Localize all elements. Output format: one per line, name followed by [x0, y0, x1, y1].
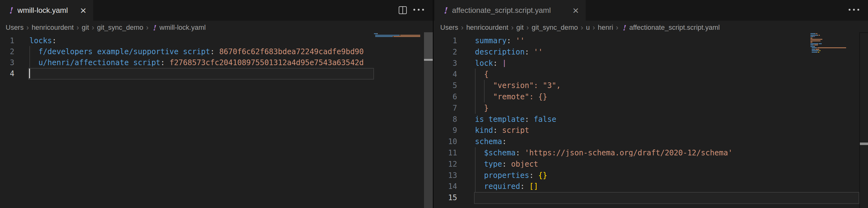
chevron-right-icon: ›: [592, 24, 595, 32]
token-key: summary: [475, 37, 506, 45]
minimap-line: [399, 35, 400, 36]
chevron-right-icon: ›: [527, 24, 529, 32]
minimap-line: [810, 46, 814, 47]
code-line[interactable]: u/henri/affectionate_script: f2768573cfc…: [29, 59, 374, 67]
code-line[interactable]: kind: script: [475, 127, 859, 134]
current-line-highlight: [474, 192, 859, 204]
token-str: ': [525, 149, 529, 157]
minimap-line: [374, 33, 377, 34]
more-actions-icon[interactable]: [413, 9, 424, 11]
minimap-line: [814, 46, 815, 47]
code-line[interactable]: lock: |: [475, 59, 859, 67]
breadcrumb-segment[interactable]: git_sync_demo: [97, 24, 143, 32]
token-str: f2768573cfc204108975501312a4d95e7543a635…: [169, 59, 364, 67]
breadcrumb: Users›henricourdent›git›git_sync_demo›!w…: [6, 21, 206, 34]
overview-ruler-border: [859, 32, 860, 208]
token-str: "remote": {}: [475, 93, 547, 101]
scrollbar-thumb[interactable]: [424, 32, 433, 59]
breadcrumb-segment[interactable]: henri: [598, 24, 613, 32]
token-punc: :: [52, 37, 56, 45]
minimap-line: [815, 33, 815, 34]
breadcrumb-segment[interactable]: git: [82, 24, 89, 32]
yaml-file-icon: !: [443, 6, 447, 15]
token-pipe: |: [502, 59, 506, 67]
vscode-window: ! wmill-lock.yaml × ! affectionate_scrip…: [0, 0, 868, 208]
token-bracket: []: [529, 183, 538, 190]
scrollbar-track[interactable]: [424, 61, 433, 208]
code-line[interactable]: locks:: [29, 37, 374, 45]
tab-affectionate-script[interactable]: ! affectionate_script.script.yaml ×: [435, 0, 586, 21]
breadcrumb-segment[interactable]: henricourdent: [32, 24, 74, 32]
code-line[interactable]: "remote": {}: [475, 93, 859, 101]
token-plain: [29, 48, 38, 55]
breadcrumb-file[interactable]: wmill-lock.yaml: [159, 24, 206, 32]
code-line[interactable]: required: []: [475, 183, 859, 190]
minimap-line: [810, 35, 817, 36]
tab-wmill-lock[interactable]: ! wmill-lock.yaml ×: [0, 0, 93, 21]
tab-title: affectionate_script.script.yaml: [452, 6, 551, 15]
token-str: '': [516, 37, 525, 45]
token-key: required: [484, 183, 520, 190]
code-line[interactable]: type: object: [475, 160, 859, 168]
token-plain: [525, 183, 529, 190]
chevron-right-icon: ›: [511, 24, 514, 32]
breadcrumb-file[interactable]: affectionate_script.script.yaml: [629, 24, 720, 32]
token-key: schema: [475, 138, 502, 145]
token-str: "version": "3",: [475, 82, 561, 89]
minimap-line: [810, 33, 815, 34]
chevron-right-icon: ›: [616, 24, 618, 32]
tab-title: wmill-lock.yaml: [18, 6, 68, 15]
breadcrumb-segment[interactable]: git_sync_demo: [532, 24, 578, 32]
token-punc: :: [525, 48, 529, 56]
token-str: object: [511, 160, 538, 168]
token-key: kind: [475, 127, 493, 134]
token-key: lock: [475, 59, 493, 67]
code-line[interactable]: summary: '': [475, 37, 859, 45]
close-tab-icon[interactable]: ×: [80, 5, 86, 16]
code-line[interactable]: f/developers_example/supportive_script: …: [29, 48, 374, 55]
code-line[interactable]: is_template: false: [475, 115, 859, 123]
token-link: https://json-schema.org/draft/2020-12/sc…: [529, 149, 728, 157]
token-plain: [475, 183, 484, 190]
code-line[interactable]: description: '': [475, 48, 859, 56]
token-str: {: [475, 71, 488, 78]
code-line[interactable]: {: [475, 71, 859, 78]
minimap-line: [816, 33, 817, 34]
line-number: 8: [432, 115, 457, 123]
token-plain: [475, 160, 484, 168]
line-number: 3: [432, 59, 457, 67]
code-line[interactable]: "version": "3",: [475, 82, 859, 89]
code-line[interactable]: schema:: [475, 138, 859, 145]
split-editor-icon[interactable]: [399, 6, 407, 14]
line-number: 9: [432, 127, 457, 134]
breadcrumb-segment[interactable]: u: [586, 24, 590, 32]
close-tab-icon[interactable]: ×: [572, 5, 579, 16]
token-bracket: {}: [538, 172, 547, 179]
overview-ruler-cursor-marker: [860, 142, 868, 145]
token-key: u/henri/affectionate_script: [38, 59, 160, 67]
breadcrumb-segment[interactable]: Users: [6, 24, 24, 32]
token-key: type: [484, 160, 502, 168]
code-line[interactable]: }: [475, 104, 859, 112]
breadcrumb-segment[interactable]: git: [516, 24, 523, 32]
token-plain: [475, 149, 484, 157]
minimap[interactable]: [374, 33, 423, 64]
breadcrumb-segment[interactable]: henricourdent: [466, 24, 508, 32]
more-actions-icon[interactable]: [848, 9, 859, 11]
token-punc: :: [506, 37, 511, 45]
token-key: $schema: [484, 149, 516, 157]
breadcrumb-segment[interactable]: Users: [440, 24, 458, 32]
token-key: f/developers_example/supportive_script: [38, 48, 210, 55]
token-punc: :: [502, 138, 506, 145]
token-plain: [165, 59, 169, 67]
chevron-right-icon: ›: [76, 24, 79, 32]
line-number: 5: [432, 82, 457, 89]
token-key: is_template: [475, 115, 525, 123]
code-line[interactable]: $schema: 'https://json-schema.org/draft/…: [475, 149, 859, 157]
token-plain: [497, 59, 502, 67]
token-punc: :: [493, 127, 497, 134]
code-line[interactable]: properties: {}: [475, 172, 859, 179]
token-punc: :: [529, 172, 533, 179]
line-number: 3: [0, 59, 14, 67]
chevron-right-icon: ›: [92, 24, 94, 32]
